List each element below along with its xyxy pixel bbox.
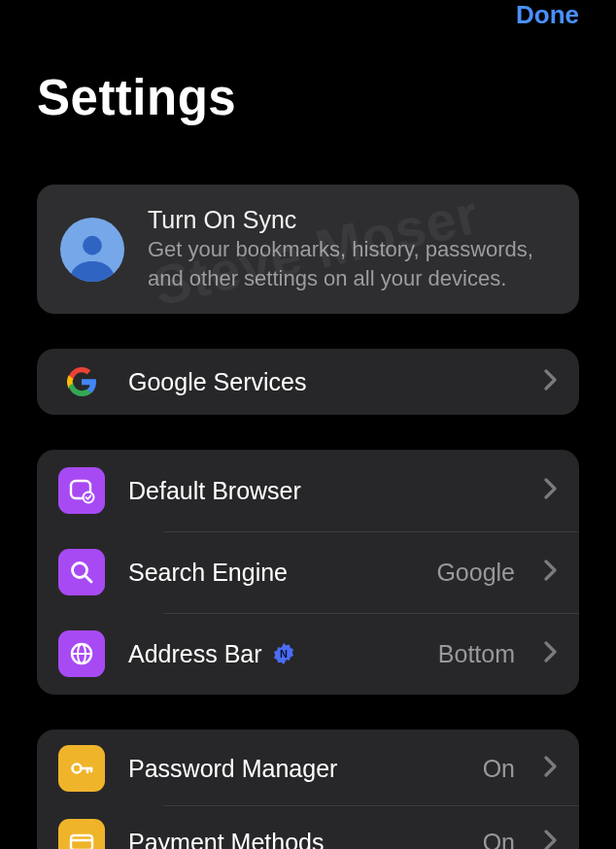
chevron-right-icon — [544, 478, 558, 503]
chevron-right-icon — [544, 369, 558, 394]
search-engine-value: Google — [436, 559, 515, 587]
turn-on-sync-row[interactable]: Turn On Sync Get your bookmarks, history… — [37, 185, 579, 314]
browser-group: Default Browser Search Engine Google Add… — [37, 450, 579, 695]
sync-group: Turn On Sync Get your bookmarks, history… — [37, 185, 579, 314]
search-icon — [58, 549, 105, 595]
sync-title: Turn On Sync — [148, 206, 556, 234]
done-button[interactable]: Done — [516, 0, 579, 30]
page-title: Settings — [0, 30, 616, 155]
credit-card-icon — [58, 819, 105, 849]
svg-text:N: N — [280, 648, 288, 660]
new-badge-icon: N — [272, 642, 295, 665]
default-browser-label: Default Browser — [128, 477, 521, 505]
chevron-right-icon — [544, 641, 558, 666]
address-bar-label-text: Address Bar — [128, 640, 262, 668]
sync-text: Turn On Sync Get your bookmarks, history… — [148, 206, 556, 292]
credentials-group: Password Manager On Payment Methods On — [37, 730, 579, 849]
header: Done — [0, 0, 616, 30]
default-browser-row[interactable]: Default Browser — [37, 450, 579, 531]
svg-line-4 — [86, 576, 91, 582]
payment-methods-row[interactable]: Payment Methods On — [37, 805, 579, 849]
browser-check-icon — [58, 467, 105, 514]
svg-rect-13 — [71, 835, 92, 849]
chevron-right-icon — [544, 830, 558, 849]
address-bar-row[interactable]: Address Bar N Bottom — [37, 613, 579, 695]
password-manager-label: Password Manager — [128, 755, 460, 783]
google-logo-icon — [66, 366, 97, 397]
chevron-right-icon — [544, 756, 558, 781]
settings-groups: Turn On Sync Get your bookmarks, history… — [0, 185, 616, 849]
globe-icon — [58, 630, 105, 677]
key-icon — [58, 745, 105, 792]
password-manager-row[interactable]: Password Manager On — [37, 730, 579, 805]
google-services-row[interactable]: Google Services — [37, 349, 579, 415]
password-manager-value: On — [483, 755, 515, 783]
sync-description: Get your bookmarks, history, passwords, … — [148, 235, 556, 292]
avatar-icon — [60, 218, 124, 282]
address-bar-label: Address Bar N — [128, 640, 415, 668]
search-engine-label: Search Engine — [128, 559, 413, 587]
search-engine-row[interactable]: Search Engine Google — [37, 531, 579, 613]
payment-methods-label: Payment Methods — [128, 829, 460, 849]
google-services-label: Google Services — [128, 368, 521, 396]
payment-methods-value: On — [483, 829, 515, 849]
svg-point-0 — [83, 236, 102, 255]
address-bar-value: Bottom — [438, 640, 515, 668]
chevron-right-icon — [544, 560, 558, 585]
google-services-group: Google Services — [37, 349, 579, 415]
